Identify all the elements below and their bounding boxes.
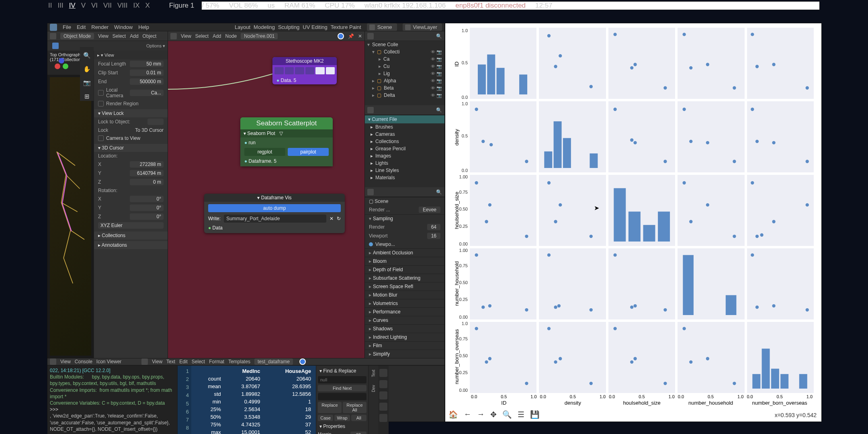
ws-6[interactable]: VI	[91, 2, 98, 10]
text-file-selector[interactable]: test_dataframe	[254, 358, 293, 365]
search-icon[interactable]: 🔍	[436, 107, 442, 113]
pin-icon[interactable]: 📌	[348, 33, 354, 39]
ws-9[interactable]: IX	[133, 2, 139, 10]
te-menu[interactable]: Text	[166, 359, 175, 364]
close-icon[interactable]: ✕	[358, 33, 362, 39]
collections-section[interactable]: ▸ Collections	[94, 231, 168, 240]
node-dataframe-vis[interactable]: ▾ Dataframe Vis auto dump Write:✕↻ ● Dat…	[204, 194, 345, 233]
tab-modeling[interactable]: Modeling	[254, 24, 275, 30]
tab-text[interactable]: Text	[371, 370, 376, 377]
write-path-input[interactable]	[224, 215, 326, 223]
npanel-view-tab[interactable]: ▸ ▾ View	[97, 53, 114, 58]
run-script-icon[interactable]	[299, 358, 306, 365]
regplot-button[interactable]: regplot	[244, 148, 285, 156]
editor-type-icon[interactable]	[367, 189, 374, 195]
editor-type-icon[interactable]	[367, 33, 374, 39]
wrap-toggle[interactable]: Wrap	[334, 415, 350, 421]
ws-4[interactable]: IV	[69, 2, 76, 10]
auto-dump-button[interactable]: auto dump	[208, 204, 341, 212]
prop-section[interactable]: Shadows	[373, 326, 393, 332]
outliner-collection[interactable]: Collecti	[384, 49, 399, 55]
ws-7[interactable]: VII	[103, 2, 112, 10]
data-item[interactable]: Line Styles	[375, 168, 399, 173]
tab-layout[interactable]: Layout	[235, 24, 250, 30]
prop-section[interactable]: Volumetrics	[373, 301, 398, 306]
use-nodes-toggle[interactable]	[338, 33, 344, 39]
rot-x-field[interactable]: 0°	[130, 196, 164, 202]
3d-viewport-content[interactable]	[47, 75, 94, 358]
world-tab-icon[interactable]	[379, 414, 387, 422]
outliner-item[interactable]: Delta	[384, 92, 395, 98]
ws-5[interactable]: V	[81, 2, 86, 10]
tab-sculpting[interactable]: Sculpting	[278, 24, 299, 30]
pairplot-button[interactable]: pairplot	[288, 148, 329, 156]
viewport-denoise[interactable]: Viewpo...	[375, 242, 395, 247]
menu-help[interactable]: Help	[138, 24, 149, 30]
prop-section[interactable]: Performance	[373, 309, 401, 315]
current-file-header[interactable]: Current File	[372, 117, 397, 122]
search-icon[interactable]: 🔍	[436, 33, 442, 39]
node-seaborn-scatter[interactable]: Seaborn Scatterplot ▾ Seaborn Plot ▽ ● r…	[240, 117, 333, 166]
console-menu-iconv[interactable]: Icon Viewer	[96, 359, 121, 364]
te-menu[interactable]: Select	[192, 359, 205, 364]
data-item[interactable]: Images	[375, 153, 391, 159]
data-item[interactable]: Collections	[375, 139, 399, 144]
nodetree-selector[interactable]: NodeTree.001	[241, 33, 278, 39]
loc-x-field[interactable]: 272288 m	[130, 161, 164, 168]
te-menu[interactable]: View	[152, 359, 162, 364]
ne-menu-add[interactable]: Add	[213, 33, 221, 39]
menu-file[interactable]: File	[63, 24, 71, 30]
prop-section[interactable]: Curves	[373, 317, 388, 323]
margin-field[interactable]: 80	[350, 432, 366, 434]
tab-texpaint[interactable]: Texture Paint	[331, 24, 361, 30]
viewport-samples-field[interactable]: 16	[427, 233, 440, 239]
hand-icon[interactable]: ✋	[82, 65, 91, 74]
3d-cursor-section[interactable]: ▾ 3D Cursor	[94, 144, 168, 152]
clear-icon[interactable]: ✕	[330, 216, 334, 221]
menu-render[interactable]: Render	[91, 24, 108, 30]
zoom-icon[interactable]: 🔍	[502, 410, 512, 419]
find-next-button[interactable]: Find Next	[318, 385, 366, 391]
clip-start-field[interactable]: 0.01 m	[130, 70, 164, 76]
local-camera-field[interactable]: Ca...	[130, 90, 164, 96]
clip-end-field[interactable]: 500000 m	[130, 78, 164, 85]
find-replace-header[interactable]: Find & Replace	[323, 368, 356, 374]
text-editor[interactable]: 123456789101112 MedIncHouseAge count2064…	[178, 366, 316, 434]
te-menu[interactable]: Templates	[228, 359, 250, 364]
local-camera-checkbox[interactable]	[98, 90, 104, 96]
ws-10[interactable]: X	[145, 2, 149, 10]
replace-input[interactable]	[318, 393, 366, 400]
socket-dataframe[interactable]: Dataframe. 5	[249, 158, 276, 164]
editor-type-icon[interactable]	[141, 358, 148, 365]
ne-menu-view[interactable]: View	[181, 33, 191, 39]
vp-menu-object[interactable]: Object	[143, 33, 157, 39]
render-engine-dropdown[interactable]: Eevee	[419, 207, 440, 213]
all-toggle[interactable]: All	[351, 415, 366, 421]
back-icon[interactable]: ←	[464, 410, 471, 419]
data-item[interactable]: Lights	[375, 160, 388, 166]
te-menu[interactable]: Format	[209, 359, 224, 364]
refresh-icon[interactable]: ↻	[337, 216, 341, 221]
outliner-item[interactable]: Alpha	[384, 78, 396, 84]
save-icon[interactable]: 💾	[530, 410, 540, 419]
text-properties-header[interactable]: Properties	[323, 424, 345, 429]
python-console[interactable]: 022, 14:18:21) [GCC 12.2.0] Builtin Modu…	[47, 366, 178, 434]
pairplot-grid[interactable]	[469, 27, 814, 393]
prop-section[interactable]: Motion Blur	[373, 292, 397, 298]
rot-y-field[interactable]: 0°	[130, 205, 164, 211]
blender-logo-icon[interactable]	[50, 24, 57, 31]
replace-all-button[interactable]: Replace All	[343, 402, 366, 413]
te-menu[interactable]: Edit	[179, 359, 188, 364]
console-menu-console[interactable]: Console	[75, 359, 92, 364]
vp-menu-add[interactable]: Add	[130, 33, 138, 39]
output-tab-icon[interactable]	[379, 380, 387, 388]
data-item[interactable]: Grease Pencil	[375, 146, 405, 151]
outliner-item[interactable]: Cu	[383, 63, 389, 69]
ws-8[interactable]: VIII	[117, 2, 128, 10]
replace-button[interactable]: Replace	[318, 402, 342, 413]
data-item[interactable]: Cameras	[375, 131, 395, 137]
run-checkbox[interactable]: run	[249, 140, 256, 145]
render-tab-icon[interactable]	[379, 369, 387, 377]
prop-section[interactable]: Indirect Lighting	[373, 334, 407, 340]
axis-gizmo[interactable]	[55, 60, 68, 73]
